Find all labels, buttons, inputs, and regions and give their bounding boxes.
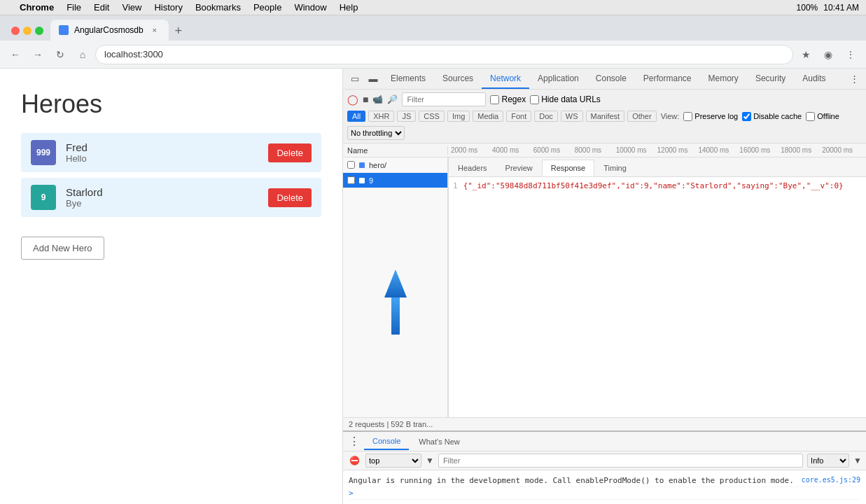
preview-tab[interactable]: Preview — [496, 160, 542, 176]
network-toolbar: ◯ ■ 📹 🔎 Regex Hide data URLs All XHR JS … — [343, 90, 866, 144]
req-9-name: 9 — [369, 176, 373, 185]
line-number-1: 1 — [453, 181, 458, 190]
window-menu[interactable]: Window — [294, 2, 326, 13]
preserve-log-checkbox[interactable] — [683, 112, 692, 121]
response-tab[interactable]: Response — [542, 160, 595, 176]
minimize-window-btn[interactable] — [23, 27, 32, 35]
console-caret-line[interactable]: > — [349, 487, 860, 500]
throttle-select[interactable]: No throttling — [347, 126, 405, 140]
console-level-select[interactable]: Info — [807, 454, 849, 468]
tab-sources[interactable]: Sources — [434, 69, 482, 89]
request-9[interactable]: 9 — [343, 173, 447, 188]
delete-starlord-btn[interactable]: Delete — [268, 188, 312, 207]
console-tab-console[interactable]: Console — [364, 433, 409, 450]
history-menu[interactable]: History — [154, 2, 182, 13]
network-filter-input[interactable] — [402, 92, 486, 106]
request-hero[interactable]: hero/ — [343, 158, 447, 173]
hide-data-urls-checkbox[interactable] — [530, 95, 539, 104]
regex-checkbox-group: Regex — [490, 94, 526, 104]
record-btn[interactable]: ◯ — [347, 94, 358, 105]
tab-application[interactable]: Application — [529, 69, 587, 89]
chrome-menu[interactable]: Chrome — [20, 2, 54, 13]
filter-xhr[interactable]: XHR — [368, 111, 394, 122]
new-tab-btn[interactable]: + — [169, 21, 188, 41]
filter-manifest[interactable]: Manifest — [586, 111, 625, 122]
devtools-dock-btn[interactable]: ▭ — [346, 70, 364, 88]
edit-menu[interactable]: Edit — [94, 2, 109, 13]
filter-doc[interactable]: Doc — [534, 111, 558, 122]
filter-other[interactable]: Other — [627, 111, 657, 122]
hero-saying-fred: Hello — [66, 153, 258, 164]
camera-btn[interactable]: 📹 — [372, 94, 383, 104]
add-hero-btn[interactable]: Add New Hero — [21, 237, 104, 260]
tab-memory[interactable]: Memory — [700, 69, 747, 89]
main-area: Heroes 999 Fred Hello Delete 9 Starlord … — [0, 69, 866, 504]
close-window-btn[interactable] — [11, 27, 20, 35]
settings-btn[interactable]: ⋮ — [841, 45, 860, 64]
back-btn[interactable]: ← — [6, 45, 25, 64]
filter-img[interactable]: Img — [447, 111, 470, 122]
filter-css[interactable]: CSS — [419, 111, 445, 122]
tab-security[interactable]: Security — [747, 69, 794, 89]
offline-group: Offline — [806, 112, 839, 121]
bookmarks-menu[interactable]: Bookmarks — [195, 2, 241, 13]
help-menu[interactable]: Help — [340, 2, 358, 13]
console-message-text: Angular is running in the development mo… — [349, 476, 794, 485]
filter-ws[interactable]: WS — [561, 111, 583, 122]
extensions-btn[interactable]: ◉ — [818, 45, 838, 64]
console-filter-input[interactable] — [438, 454, 803, 468]
app-title: Heroes — [21, 90, 321, 119]
delete-fred-btn[interactable]: Delete — [268, 144, 312, 162]
hero-info-fred: Fred Hello — [66, 141, 258, 164]
timeline-mark-7: 14000 ms — [698, 146, 739, 154]
req-9-checkbox[interactable] — [347, 176, 355, 184]
devtools-more-btn[interactable]: ⋮ — [845, 70, 863, 88]
filter-js[interactable]: JS — [397, 111, 416, 122]
headers-tab[interactable]: Headers — [449, 160, 496, 176]
bookmark-btn[interactable]: ★ — [796, 45, 816, 64]
app-panel: Heroes 999 Fred Hello Delete 9 Starlord … — [0, 69, 343, 504]
people-menu[interactable]: People — [253, 2, 281, 13]
tab-audits[interactable]: Audits — [794, 69, 834, 89]
disable-cache-checkbox[interactable] — [742, 112, 751, 121]
console-tab-whatsnew[interactable]: What's New — [410, 433, 468, 450]
home-btn[interactable]: ⌂ — [73, 45, 92, 64]
forward-btn[interactable]: → — [28, 45, 48, 64]
req-hero-checkbox[interactable] — [347, 161, 355, 169]
timing-tab[interactable]: Timing — [594, 160, 636, 176]
disable-cache-group: Disable cache — [742, 112, 802, 121]
chrome-titlebar: AngularCosmosdb × + — [0, 15, 866, 41]
file-menu[interactable]: File — [67, 2, 81, 13]
tab-network[interactable]: Network — [482, 69, 529, 89]
tab-elements[interactable]: Elements — [382, 69, 434, 89]
timeline-mark-5: 10000 ms — [616, 146, 657, 154]
filter-btn[interactable]: 🔎 — [387, 94, 398, 104]
devtools-panel: ▭ ▬ Elements Sources Network Application… — [343, 69, 866, 504]
filter-all[interactable]: All — [347, 111, 365, 122]
request-count: 2 requests | 592 B tran... — [349, 420, 433, 428]
tab-performance[interactable]: Performance — [635, 69, 700, 89]
stop-btn[interactable]: ■ — [363, 94, 368, 105]
devtools-expand-btn[interactable]: ▬ — [364, 70, 382, 88]
filter-media[interactable]: Media — [473, 111, 503, 122]
browser-tab[interactable]: AngularCosmosdb × — [50, 20, 169, 41]
offline-label: Offline — [817, 112, 839, 120]
offline-checkbox[interactable] — [806, 112, 815, 121]
hero-card-fred[interactable]: 999 Fred Hello Delete — [21, 133, 321, 172]
response-content: 1{"_id":"59848d8d711bf50f41e3d9ef","id":… — [449, 177, 866, 195]
maximize-window-btn[interactable] — [35, 27, 43, 35]
console-clear-btn[interactable]: ⛔ — [347, 454, 361, 468]
tab-console[interactable]: Console — [587, 69, 635, 89]
console-context-select[interactable]: top — [365, 454, 421, 468]
address-bar[interactable] — [95, 45, 793, 64]
hero-card-starlord[interactable]: 9 Starlord Bye Delete — [21, 178, 321, 217]
tab-close-btn[interactable]: × — [149, 24, 160, 36]
filter-font[interactable]: Font — [506, 111, 531, 122]
chrome-addressbar: ← → ↻ ⌂ ★ ◉ ⋮ — [0, 41, 866, 69]
regex-checkbox[interactable] — [490, 95, 499, 104]
console-menu-btn[interactable]: ⋮ — [346, 433, 363, 450]
console-source-link[interactable]: core.es5.js:29 — [802, 476, 860, 484]
console-input[interactable] — [359, 489, 429, 498]
refresh-btn[interactable]: ↻ — [50, 45, 70, 64]
view-menu[interactable]: View — [122, 2, 141, 13]
